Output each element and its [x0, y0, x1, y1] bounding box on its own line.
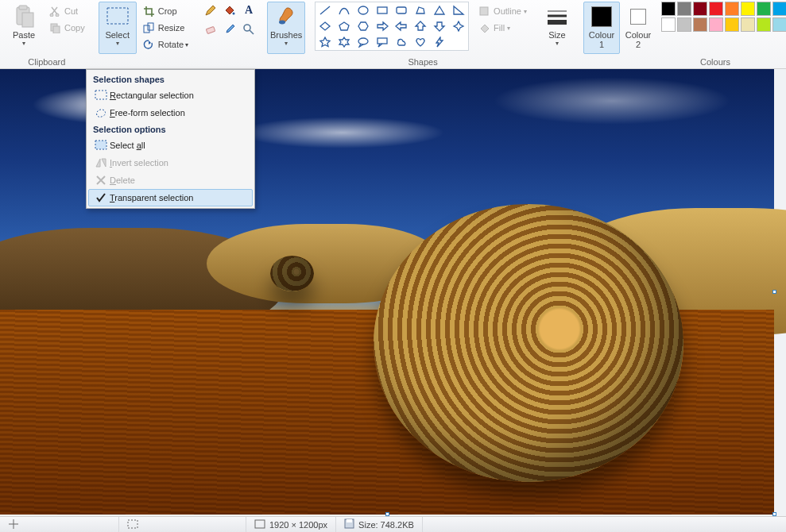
colour-swatch[interactable] [725, 17, 739, 32]
crop-button[interactable]: Crop [138, 3, 192, 19]
outline-icon [478, 5, 490, 17]
rotate-button[interactable]: Rotate ▾ [138, 37, 192, 52]
chevron-down-icon: ▾ [285, 40, 288, 47]
delete-icon [92, 175, 110, 186]
colour-swatch[interactable] [677, 17, 691, 32]
colour-swatch[interactable] [757, 17, 771, 32]
fill-button[interactable]: Fill ▾ [474, 20, 531, 36]
group-clipboard: Paste ▾ Cut Copy Clipboard [0, 0, 94, 68]
svg-point-10 [233, 13, 235, 15]
svg-point-14 [358, 6, 368, 14]
dd-transparent[interactable]: Transparent selection [88, 189, 253, 206]
size-label: Size [548, 30, 565, 40]
colour-swatch[interactable] [772, 2, 786, 16]
dd-select-all[interactable]: Select all [88, 137, 253, 154]
shape-arrow-left[interactable] [393, 19, 410, 33]
shape-triangle[interactable] [431, 3, 448, 17]
colour-swatch[interactable] [693, 2, 707, 16]
paste-icon [11, 4, 37, 29]
colour1-button[interactable]: Colour 1 [583, 2, 620, 54]
brush-icon [273, 4, 299, 29]
group-tools: A [197, 0, 262, 68]
colour-swatch[interactable] [741, 2, 755, 16]
dd-invert: Invert selection [88, 154, 253, 172]
svg-point-12 [244, 25, 250, 31]
shape-curve[interactable] [335, 3, 353, 17]
shape-diamond[interactable] [316, 19, 334, 33]
shape-heart[interactable] [412, 35, 429, 49]
free-selection-icon [92, 107, 110, 118]
fill-tool[interactable] [221, 2, 238, 19]
colour-swatch[interactable] [757, 2, 771, 16]
copy-button[interactable]: Copy [45, 20, 89, 36]
shape-arrow-up[interactable] [412, 19, 429, 33]
colour-swatch[interactable] [725, 2, 739, 16]
colour-swatch[interactable] [709, 17, 723, 32]
shape-lightning[interactable] [431, 35, 448, 49]
dd-rect-selection[interactable]: Rectangular selection [88, 87, 253, 104]
size-button[interactable]: Size ▾ [540, 2, 574, 54]
dropdown-header-options: Selection options [88, 121, 253, 137]
shape-hexagon[interactable] [354, 19, 372, 33]
pencil-tool[interactable] [202, 2, 219, 19]
cursor-pos-icon [8, 519, 19, 531]
crop-icon [142, 5, 155, 17]
shape-arrow-down[interactable] [431, 19, 448, 33]
svg-rect-18 [378, 38, 387, 44]
shape-callout-cloud[interactable] [393, 35, 410, 49]
brushes-button[interactable]: Brushes ▾ [267, 2, 305, 54]
shape-callout-rect[interactable] [374, 35, 391, 49]
colour-swatch[interactable] [741, 17, 755, 32]
colour2-label: Colour 2 [625, 30, 651, 49]
shape-4star[interactable] [450, 19, 467, 33]
shape-callout-round[interactable] [354, 35, 372, 49]
svg-rect-29 [95, 141, 106, 149]
dd-free-selection[interactable]: Free-form selection [88, 104, 253, 121]
ribbon: Paste ▾ Cut Copy Clipboard [0, 0, 786, 69]
colour-swatch[interactable] [709, 2, 723, 16]
chevron-down-icon: ▾ [556, 40, 559, 47]
shape-oval[interactable] [354, 3, 372, 17]
colour-swatch[interactable] [693, 17, 707, 32]
magnifier-tool[interactable] [240, 21, 257, 38]
shape-arrow-right[interactable] [374, 19, 391, 33]
resize-handle-e[interactable] [772, 290, 776, 294]
shape-6star[interactable] [335, 35, 353, 49]
outline-button[interactable]: Outline ▾ [474, 3, 531, 19]
status-dimensions: 1920 × 1200px [246, 517, 336, 532]
chevron-down-icon: ▾ [524, 8, 527, 15]
eyedropper-tool[interactable] [221, 21, 238, 38]
eraser-tool[interactable] [202, 21, 219, 38]
status-filesize: Size: 748.2KB [336, 517, 423, 532]
palette-bottom[interactable] [661, 17, 786, 32]
fill-label: Fill [494, 23, 505, 33]
chevron-down-icon: ▾ [22, 40, 25, 47]
shape-line[interactable] [316, 3, 334, 17]
text-tool[interactable]: A [240, 2, 257, 19]
dropdown-header-shapes: Selection shapes [88, 71, 253, 87]
select-icon [105, 4, 130, 29]
shapes-gallery[interactable] [315, 2, 469, 51]
shape-roundrect[interactable] [393, 3, 410, 17]
colour2-button[interactable]: Colour 2 [620, 2, 656, 54]
resize-button[interactable]: Resize [138, 20, 192, 36]
resize-label: Resize [158, 23, 185, 33]
colour-swatch[interactable] [661, 17, 676, 32]
colour-swatch[interactable] [772, 17, 786, 32]
shape-right-triangle[interactable] [450, 3, 467, 17]
select-button[interactable]: Select ▾ [99, 2, 137, 54]
colour-swatch[interactable] [661, 2, 676, 16]
palette-top[interactable] [661, 2, 786, 16]
group-brushes: Brushes ▾ [262, 0, 310, 68]
cut-button[interactable]: Cut [45, 3, 89, 19]
paste-button[interactable]: Paste ▾ [5, 2, 43, 54]
shape-pentagon[interactable] [335, 19, 353, 33]
group-shapes: Outline ▾ Fill ▾ Shapes [310, 0, 536, 68]
shape-rect[interactable] [374, 3, 391, 17]
svg-rect-15 [378, 7, 387, 13]
colour-swatch[interactable] [677, 2, 691, 16]
crop-label: Crop [158, 6, 177, 16]
group-shapes-label: Shapes [315, 57, 531, 68]
shape-polygon[interactable] [412, 3, 429, 17]
shape-5star[interactable] [316, 35, 334, 49]
